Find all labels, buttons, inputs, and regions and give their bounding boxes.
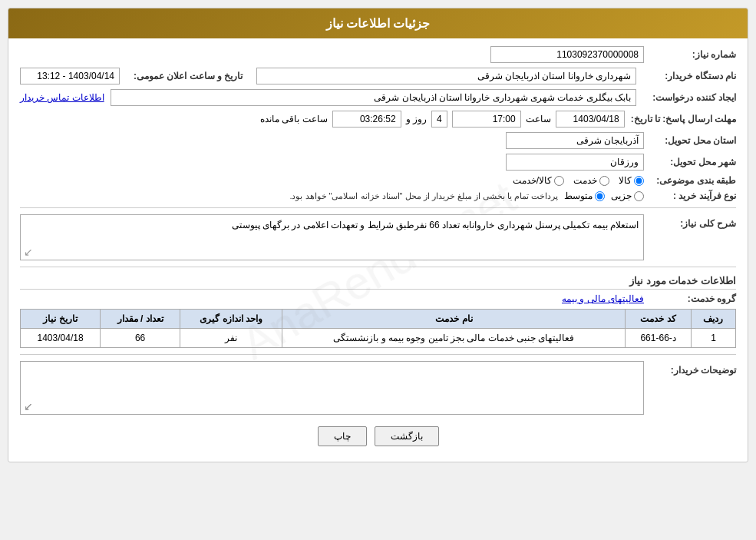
org-value: شهرداری خاروانا استان اذربایجان شرقی	[256, 68, 636, 84]
category-kala: کالا	[619, 175, 644, 186]
purchase-type-values: جزیی متوسط پرداخت تمام یا بخشی از مبلغ خ…	[289, 190, 644, 201]
services-info-title: اطلاعات خدمات مورد نیاز	[20, 275, 736, 290]
creator-value-wrap: بابک بیگلری خدمات شهری شهرداری خاروانا ا…	[20, 89, 636, 106]
purchase-jozi-radio[interactable]	[634, 191, 644, 201]
col-code: کد خدمت	[626, 310, 692, 329]
deadline-label: مهلت ارسال پاسخ: تا تاریخ:	[625, 114, 736, 124]
need-number-field: 1103092370000008	[490, 46, 644, 63]
buyer-desc-box: ↙	[20, 361, 644, 415]
table-cell: 1	[691, 329, 735, 348]
datetime-value: 1403/04/14 - 13:12	[20, 68, 120, 84]
main-card: جزئیات اطلاعات نیاز شماره نیاز: 11030923…	[8, 8, 748, 462]
deadline-date: 1403/04/18	[556, 111, 625, 128]
org-datetime-row: نام دستگاه خریدار: شهرداری خاروانا استان…	[20, 68, 736, 84]
need-number-row: شماره نیاز: 1103092370000008	[20, 46, 736, 63]
service-group-value[interactable]: فعالیتهای مالی و بیمه	[562, 293, 644, 304]
table-row: 1د-66-661فعالیتهای جنبی خدمات مالی بجز ت…	[21, 329, 736, 348]
service-group-row: گروه خدمت: فعالیتهای مالی و بیمه	[20, 293, 736, 304]
description-label: شرح کلی نیاز:	[644, 214, 736, 229]
category-khedmat: خدمت	[573, 175, 609, 186]
city-row: شهر محل تحویل: ورزقان	[20, 154, 736, 171]
need-number-label: شماره نیاز:	[644, 49, 736, 60]
table-cell: د-66-661	[626, 329, 692, 348]
remaining-suffix: ساعت باقی مانده	[260, 114, 328, 124]
buyer-desc-label: توضیحات خریدار:	[644, 361, 736, 376]
purchase-jozi-label: جزیی	[611, 190, 632, 201]
col-name: نام خدمت	[282, 310, 626, 329]
table-cell: فعالیتهای جنبی خدمات مالی بجز تامین وجوه…	[282, 329, 626, 348]
org-label: نام دستگاه خریدار:	[644, 71, 736, 81]
services-table: ردیف کد خدمت نام خدمت واحد اندازه گیری ت…	[20, 309, 736, 348]
deadline-row: مهلت ارسال پاسخ: تا تاریخ: 1403/04/18 سا…	[20, 111, 736, 128]
province-label: استان محل تحویل:	[644, 135, 736, 146]
purchase-motavaset-label: متوسط	[564, 190, 593, 201]
org-value-wrap: شهرداری خاروانا استان اذربایجان شرقی	[256, 68, 636, 84]
service-group-label: گروه خدمت:	[644, 293, 736, 304]
table-cell: 66	[101, 329, 180, 348]
purchase-type-label: نوع فرآیند خرید :	[644, 190, 736, 201]
print-button[interactable]: چاپ	[318, 426, 367, 446]
divider-3	[20, 354, 736, 355]
deadline-values: 1403/04/18 ساعت 17:00 4 روز و 03:26:52 س…	[260, 111, 625, 128]
remaining-days: 4	[431, 111, 447, 128]
province-row: استان محل تحویل: آذربایجان شرقی	[20, 132, 736, 149]
buyer-desc-row: توضیحات خریدار: ↙	[20, 361, 736, 415]
category-radio-group: کالا خدمت کالا/خدمت	[513, 175, 644, 186]
purchase-motavaset: متوسط	[564, 190, 605, 201]
category-kala-label: کالا	[619, 175, 632, 186]
col-qty: تعداد / مقدار	[101, 310, 180, 329]
category-kala-khedmat: کالا/خدمت	[513, 175, 564, 186]
table-cell: نفر	[180, 329, 282, 348]
buyer-desc-wrap: ↙	[20, 361, 644, 415]
province-value: آذربایجان شرقی	[506, 132, 644, 149]
divider-2	[20, 267, 736, 267]
creator-value: بابک بیگلری خدمات شهری شهرداری خاروانا ا…	[111, 89, 636, 106]
contact-link[interactable]: اطلاعات تماس خریدار	[20, 92, 104, 103]
table-cell: 1403/04/18	[21, 329, 101, 348]
datetime-label: تاریخ و ساعت اعلان عمومی:	[134, 71, 243, 81]
description-box-wrap: استعلام بیمه تکمیلی پرسنل شهرداری خاروان…	[20, 214, 644, 260]
creator-label: ایجاد کننده درخواست:	[644, 92, 736, 103]
description-row: شرح کلی نیاز: استعلام بیمه تکمیلی پرسنل …	[20, 214, 736, 260]
category-khedmat-radio[interactable]	[599, 176, 609, 186]
button-row: بازگشت چاپ	[20, 426, 736, 446]
city-label: شهر محل تحویل:	[644, 157, 736, 167]
creator-row: ایجاد کننده درخواست: بابک بیگلری خدمات ش…	[20, 89, 736, 106]
deadline-time: 17:00	[452, 111, 521, 128]
description-box: استعلام بیمه تکمیلی پرسنل شهرداری خاروان…	[20, 214, 644, 260]
col-row: ردیف	[691, 310, 735, 329]
category-khedmat-label: خدمت	[573, 175, 597, 186]
page-title: جزئیات اطلاعات نیاز	[8, 8, 748, 38]
remaining-time: 03:26:52	[332, 111, 401, 128]
description-text: استعلام بیمه تکمیلی پرسنل شهرداری خاروان…	[232, 220, 639, 230]
purchase-type-row: نوع فرآیند خرید : جزیی متوسط پرداخت تمام…	[20, 190, 736, 201]
purchase-note: پرداخت تمام یا بخشی از مبلغ خریدار از مح…	[289, 191, 558, 201]
purchase-jozi: جزیی	[611, 190, 644, 201]
resize-icon: ↙	[24, 400, 33, 412]
deadline-time-label: ساعت	[526, 114, 551, 124]
category-both-radio[interactable]	[554, 176, 564, 186]
category-kala-radio[interactable]	[634, 176, 644, 186]
category-row: طبقه بندی موضوعی: کالا خدمت کالا/خدمت	[20, 175, 736, 186]
need-number-value: 1103092370000008	[20, 46, 644, 63]
col-date: تاریخ نیاز	[21, 310, 101, 329]
col-unit: واحد اندازه گیری	[180, 310, 282, 329]
back-button[interactable]: بازگشت	[375, 426, 439, 446]
purchase-motavaset-radio[interactable]	[595, 191, 605, 201]
city-value: ورزقان	[506, 154, 644, 171]
category-both-label: کالا/خدمت	[513, 175, 552, 186]
remaining-days-label: روز و	[406, 114, 427, 124]
category-label: طبقه بندی موضوعی:	[644, 175, 736, 186]
divider-1	[20, 207, 736, 208]
